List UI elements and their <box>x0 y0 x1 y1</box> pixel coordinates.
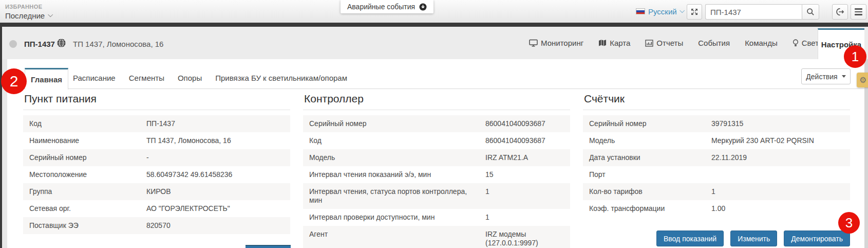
chevron-down-icon <box>680 8 685 13</box>
gear-icon: ⚙ <box>859 76 866 84</box>
favorites-label: ИЗБРАННОЕ <box>5 4 52 10</box>
table-row: Интервал чтения, статуса портов контролл… <box>303 183 570 209</box>
settings-tabs-row: Главная Расписание Сегменты Опоры Привяз… <box>7 59 864 89</box>
settings-gear-button[interactable]: ⚙ <box>857 73 868 87</box>
nav-events[interactable]: События <box>698 39 730 47</box>
recent-dropdown[interactable]: Последние <box>5 11 52 20</box>
search-input[interactable] <box>705 4 802 20</box>
russian-flag-icon <box>636 8 645 14</box>
table-row: Коэф. трансформации 1.00 <box>583 200 850 217</box>
section-meter: Счётчик Серийный номер 39791315 Модель М… <box>583 93 850 246</box>
alarm-events-label: Аварийные события <box>347 3 415 11</box>
tab-main[interactable]: Главная <box>25 68 68 90</box>
step-badge-3: 3 <box>838 212 860 234</box>
menu-button[interactable] <box>851 4 866 20</box>
table-row: Интервал чтения показаний э/э, мин 15 <box>303 166 570 183</box>
nav-reports[interactable]: Отчеты <box>645 39 683 47</box>
nav-monitoring[interactable]: Мониторинг <box>529 39 583 47</box>
table-row: Порт <box>583 166 850 183</box>
lightbulb-icon <box>792 39 799 47</box>
enter-readings-button[interactable]: Ввод показаний <box>656 231 724 246</box>
table-row: Серийный номер 39791315 <box>583 115 850 132</box>
tab-schedule[interactable]: Расписание <box>73 74 116 82</box>
section-title: Контроллер <box>303 93 570 110</box>
section-title: Счётчик <box>583 93 850 110</box>
search-group <box>705 4 819 20</box>
caret-down-icon <box>842 75 846 78</box>
topbar: ИЗБРАННОЕ Последние Аварийные события Ру… <box>0 0 868 23</box>
dismantle-button[interactable]: Демонтировать <box>784 231 850 246</box>
actions-dropdown-button[interactable]: Действия <box>801 68 851 84</box>
expand-arrows-icon <box>690 8 699 16</box>
logout-button[interactable] <box>832 4 848 20</box>
hamburger-icon <box>855 8 862 9</box>
tab-binding[interactable]: Привязка БУ к светильникам/опорам <box>215 74 347 82</box>
section-power-point: Пункт питания Код ПП-1437 Наименование Т… <box>23 93 290 234</box>
object-code: ПП-1437 <box>24 40 55 48</box>
sign-out-icon <box>836 8 844 16</box>
table-row: Код 860041040093687 <box>303 132 570 149</box>
tab-poles[interactable]: Опоры <box>178 74 202 82</box>
language-label: Русский <box>648 7 677 16</box>
chevron-down-icon <box>48 12 53 17</box>
report-chart-icon <box>645 40 653 47</box>
step-badge-2: 2 <box>1 68 27 94</box>
nav-map[interactable]: Карта <box>598 39 630 47</box>
nav-commands[interactable]: Команды <box>745 39 778 47</box>
object-address: ТП 1437, Ломоносова, 16 <box>73 40 163 48</box>
status-dot <box>9 40 17 48</box>
table-row: Модель Меркурий 230 ART-02 PQRSIN <box>583 132 850 149</box>
table-row: Интервал проверки доступности, мин 1 <box>303 209 570 226</box>
table-row: Группа КИРОВ <box>23 183 290 200</box>
circle-arrow-down-icon <box>419 3 427 11</box>
monitor-icon <box>529 39 538 47</box>
table-row: Сетевая орг. АО "ГОРЭЛЕКТРОСЕТЬ" <box>23 200 290 217</box>
section-title: Пункт питания <box>23 93 290 110</box>
table-row: Поставщик ЭЭ 820570 <box>23 217 290 234</box>
language-selector[interactable]: Русский <box>636 0 684 23</box>
table-row: Модель IRZ ATM21.A <box>303 149 570 166</box>
tab-segments[interactable]: Сегменты <box>129 74 164 82</box>
table-row: Агент IRZ модемы (127.0.0.1:9997) <box>303 226 570 248</box>
fullscreen-button[interactable] <box>687 4 702 20</box>
search-button[interactable] <box>802 4 819 20</box>
favorites-block: ИЗБРАННОЕ Последние <box>5 4 52 20</box>
table-row: Серийный номер - <box>23 149 290 166</box>
alarm-events-popup[interactable]: Аварийные события <box>341 0 433 13</box>
step-badge-1: 1 <box>844 45 866 68</box>
table-row: Дата установки 22.11.2019 <box>583 149 850 166</box>
left-edge-rail <box>0 27 2 248</box>
search-icon <box>806 8 815 16</box>
table-row: Наименование ТП 1437, Ломоносова, 16 <box>23 132 290 149</box>
table-row: Серийный номер 860041040093687 <box>303 115 570 132</box>
edit-button[interactable]: Изменить <box>730 231 777 246</box>
table-row: Кол-во тарифов 1 <box>583 183 850 200</box>
globe-icon[interactable] <box>57 39 66 47</box>
object-nav: Мониторинг Карта Отчеты События Команды … <box>529 27 848 59</box>
object-header: ПП-1437 ТП 1437, Ломоносова, 16 Монитори… <box>2 27 868 59</box>
map-icon <box>598 39 607 47</box>
table-row: Код ПП-1437 <box>23 115 290 132</box>
recent-label: Последние <box>5 11 45 20</box>
section-controller: Контроллер Серийный номер 86004104009368… <box>303 93 570 248</box>
edit-button-clipped[interactable] <box>246 245 291 248</box>
table-row: Местоположение 58.60497342 49.61458236 <box>23 166 290 183</box>
top-divider-strip <box>0 23 868 27</box>
